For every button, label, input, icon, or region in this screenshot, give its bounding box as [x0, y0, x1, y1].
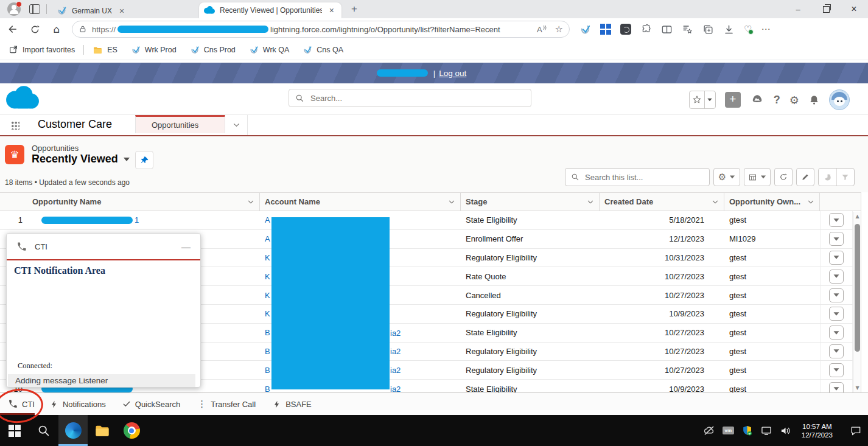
close-tab-icon[interactable]: ×: [327, 5, 337, 15]
notifications-bell-icon[interactable]: [808, 94, 820, 106]
user-avatar[interactable]: [829, 89, 850, 110]
account-name-link[interactable]: A: [265, 215, 270, 225]
favorites-combo-button[interactable]: [689, 91, 716, 109]
account-name-link[interactable]: B: [265, 385, 270, 392]
import-favorites-button[interactable]: Import favorites: [9, 45, 75, 55]
minimize-button[interactable]: –: [784, 0, 812, 18]
windows-security-shield-icon[interactable]: [741, 425, 753, 436]
account-name-link[interactable]: K: [265, 309, 270, 318]
browser-tab-germain[interactable]: Germain UX ×: [52, 4, 199, 18]
row-actions-button[interactable]: [829, 251, 844, 265]
taskbar-edge-button[interactable]: [58, 415, 88, 446]
taskbar-clock[interactable]: 10:57 AM 12/7/2023: [802, 422, 833, 439]
split-screen-icon[interactable]: [661, 24, 673, 35]
help-button[interactable]: ?: [774, 94, 780, 106]
list-view-selector[interactable]: Recently Viewed: [32, 153, 130, 166]
row-actions-button[interactable]: [829, 307, 844, 321]
taskbar-file-explorer-button[interactable]: [88, 415, 117, 446]
new-tab-button[interactable]: +: [348, 3, 361, 15]
start-button[interactable]: [0, 415, 29, 446]
row-actions-button[interactable]: [829, 270, 844, 284]
list-search-box[interactable]: [565, 168, 710, 186]
favorites-hub-icon[interactable]: [682, 24, 693, 35]
account-name-suffix[interactable]: ia2: [390, 347, 401, 356]
scrollbar-thumb[interactable]: [855, 224, 860, 352]
utility-item-bsafe[interactable]: BSAFE: [273, 400, 312, 409]
taskbar-chrome-button[interactable]: [117, 415, 146, 446]
account-name-suffix[interactable]: ia2: [390, 385, 401, 392]
restore-button[interactable]: [812, 0, 840, 18]
account-name-link[interactable]: B: [265, 366, 270, 375]
taskbar-search-button[interactable]: [29, 415, 58, 446]
filters-button[interactable]: [837, 169, 855, 186]
account-name-link[interactable]: B: [265, 347, 270, 356]
display-as-button[interactable]: [744, 168, 771, 186]
row-actions-button[interactable]: [829, 288, 844, 302]
utility-item-notifications[interactable]: Notifications: [50, 400, 106, 409]
column-header-created-date[interactable]: Created Date: [600, 193, 724, 211]
settings-more-icon[interactable]: ⋯: [761, 24, 771, 35]
account-name-link[interactable]: K: [265, 291, 270, 300]
favorite-link-wrk-prod[interactable]: Wrk Prod: [131, 45, 177, 55]
favorite-star-icon[interactable]: ☆: [555, 24, 563, 35]
utility-item-quicksearch[interactable]: QuickSearch: [122, 400, 180, 409]
row-actions-button[interactable]: [829, 232, 844, 246]
logout-link[interactable]: Log out: [439, 69, 466, 78]
utility-item-cti[interactable]: CTI: [8, 399, 35, 409]
volume-icon[interactable]: [780, 425, 792, 437]
refresh-list-button[interactable]: [774, 168, 793, 186]
app-launcher-icon[interactable]: [11, 121, 19, 130]
table-row[interactable]: 1 1 A State Eligibility 5/18/2021 gtest: [0, 211, 861, 230]
opportunity-name-cell[interactable]: 1: [27, 211, 260, 229]
favorites-folder-es[interactable]: ES: [93, 45, 117, 55]
close-tab-icon[interactable]: ×: [117, 6, 127, 16]
extensions-puzzle-icon[interactable]: [640, 24, 652, 35]
action-center-icon[interactable]: [850, 425, 862, 437]
microsoft-grid-icon[interactable]: [600, 24, 611, 35]
edit-list-button[interactable]: [796, 168, 814, 186]
account-name-link[interactable]: A: [265, 234, 270, 243]
favorite-link-cns-prod[interactable]: Cns Prod: [190, 45, 236, 55]
downloads-icon[interactable]: [723, 24, 735, 35]
row-actions-button[interactable]: [829, 363, 844, 377]
cti-popup-header[interactable]: CTI —: [7, 234, 200, 260]
back-button[interactable]: [4, 20, 22, 38]
onedrive-paused-icon[interactable]: [703, 425, 715, 437]
tab-dropdown-chevron[interactable]: [225, 115, 248, 135]
close-button[interactable]: ×: [840, 0, 868, 18]
favorite-link-wrk-qa[interactable]: Wrk QA: [249, 45, 290, 55]
tab-opportunities[interactable]: Opportunities: [135, 115, 225, 133]
trailhead-icon[interactable]: [750, 93, 765, 106]
salesforce-logo-icon[interactable]: [5, 85, 40, 111]
minimize-popup-icon[interactable]: —: [181, 242, 191, 252]
column-header-stage[interactable]: Stage: [461, 193, 600, 211]
vmware-tray-icon[interactable]: vm: [723, 427, 734, 434]
browser-profile-avatar[interactable]: [7, 2, 21, 16]
global-actions-button[interactable]: +: [725, 92, 741, 108]
charts-button[interactable]: [819, 169, 837, 186]
setup-gear-icon[interactable]: ⚙: [789, 94, 799, 106]
column-header-account-name[interactable]: Account Name: [260, 193, 461, 211]
read-aloud-icon[interactable]: A: [537, 25, 547, 34]
row-actions-button[interactable]: [829, 344, 844, 358]
column-header-opportunity-name[interactable]: Opportunity Name: [27, 193, 260, 211]
account-name-link[interactable]: K: [265, 272, 270, 281]
opportunity-name-link[interactable]: 1: [135, 215, 139, 225]
favorite-link-cns-qa[interactable]: Cns QA: [303, 45, 343, 55]
column-header-opportunity-owner[interactable]: Opportunity Own...: [724, 193, 820, 211]
account-name-suffix[interactable]: ia2: [390, 366, 401, 375]
browser-essentials-icon[interactable]: ♡: [744, 24, 752, 35]
browser-tab-opportunities[interactable]: Recently Viewed | Opportunities ×: [199, 2, 341, 18]
row-actions-button[interactable]: [829, 326, 844, 340]
collections-icon[interactable]: [702, 24, 714, 35]
account-name-link[interactable]: B: [265, 328, 270, 337]
list-search-input[interactable]: [584, 172, 696, 183]
row-actions-button[interactable]: [829, 382, 844, 392]
global-search-box[interactable]: [289, 89, 531, 107]
pin-list-button[interactable]: [135, 151, 153, 169]
address-bar[interactable]: https://lightning.force.com/lightning/o/…: [72, 21, 570, 38]
account-name-suffix[interactable]: ia2: [390, 328, 401, 337]
home-button[interactable]: ⌂: [47, 20, 66, 38]
list-settings-button[interactable]: ⚙: [713, 168, 740, 186]
tab-actions-icon[interactable]: [29, 4, 40, 14]
